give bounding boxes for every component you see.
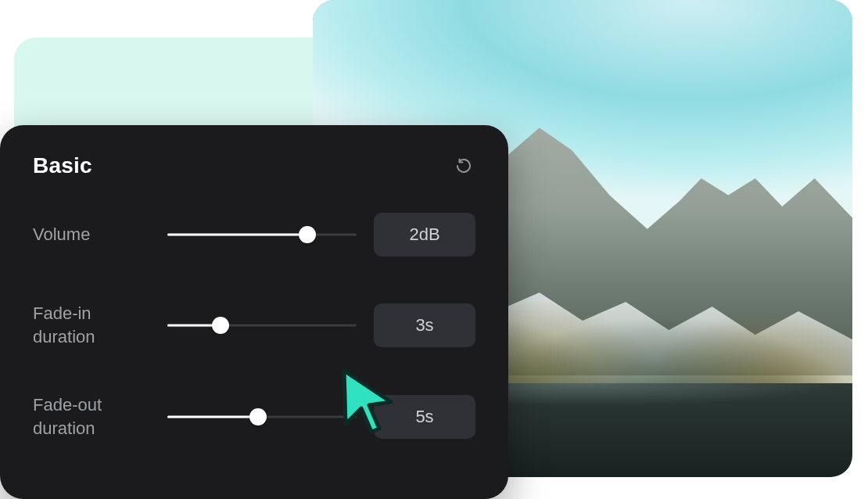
slider-fade-in[interactable] — [167, 314, 357, 336]
slider-volume[interactable] — [167, 224, 357, 246]
row-fade-in: Fade-in duration 3s — [33, 302, 475, 348]
slider-knob[interactable] — [212, 317, 229, 334]
slider-fill — [167, 234, 307, 236]
value-fade-out[interactable]: 5s — [374, 395, 475, 439]
row-fade-out: Fade-out duration 5s — [33, 393, 475, 440]
label-fade-out: Fade-out duration — [33, 393, 150, 440]
slider-fill — [167, 416, 258, 418]
value-volume[interactable]: 2dB — [374, 213, 475, 257]
panel-header: Basic — [33, 153, 475, 178]
slider-knob[interactable] — [249, 408, 267, 425]
value-fade-in[interactable]: 3s — [374, 303, 475, 347]
basic-panel: Basic Volume 2dB Fade-in duration — [0, 125, 508, 499]
panel-title: Basic — [33, 153, 92, 178]
reset-icon — [454, 156, 473, 175]
slider-fade-out[interactable] — [167, 406, 357, 428]
reset-button[interactable] — [452, 154, 475, 178]
label-volume: Volume — [33, 223, 150, 246]
control-rows: Volume 2dB Fade-in duration 3s Fade- — [33, 213, 475, 440]
label-fade-in: Fade-in duration — [33, 302, 150, 348]
row-volume: Volume 2dB — [33, 213, 475, 257]
slider-knob[interactable] — [299, 226, 316, 243]
